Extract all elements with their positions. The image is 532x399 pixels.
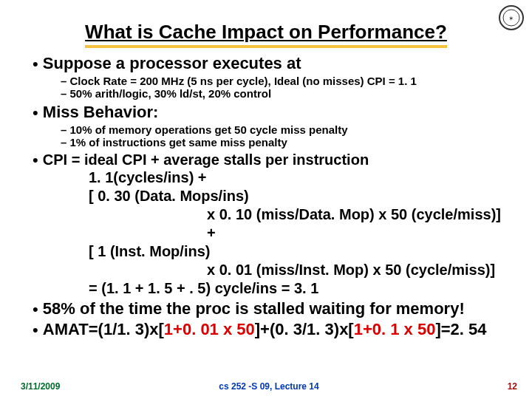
amat-post: ]=2. 54	[435, 320, 486, 338]
cpi-line5: x 0. 01 (miss/Inst. Mop) x 50 (cycle/mis…	[207, 261, 511, 279]
university-seal-icon: ✶	[498, 4, 525, 34]
bullet-stall: 58% of the time the proc is stalled wait…	[43, 299, 465, 318]
slide: ✶ What is Cache Impact on Performance? S…	[0, 0, 532, 399]
footer-page: 12	[508, 381, 517, 392]
amat-red2: 1+0. 1 x 50	[354, 320, 436, 338]
footer-course: cs 252 -S 09, Lecture 14	[21, 381, 517, 392]
footer: 3/11/2009 cs 252 -S 09, Lecture 14 12	[21, 381, 517, 392]
sub-miss1: 10% of memory operations get 50 cycle mi…	[61, 123, 511, 136]
sub-mix: 50% arith/logic, 30% ld/st, 20% control	[61, 87, 511, 100]
bullet-miss: Miss Behavior:	[43, 103, 159, 121]
amat-mid: ]+(0. 3/1. 3)x[	[255, 320, 354, 338]
title-wrap: What is Cache Impact on Performance?	[21, 21, 511, 48]
amat-pre: AMAT=(1/1. 3)x[	[43, 320, 164, 338]
cpi-line4: [ 1 (Inst. Mop/ins)	[89, 242, 511, 261]
bullet-list: Suppose a processor executes at Clock Ra…	[21, 54, 511, 339]
cpi-line2: [ 0. 30 (Data. Mops/ins)	[89, 187, 511, 205]
cpi-line3: x 0. 10 (miss/Data. Mop) x 50 (cycle/mis…	[207, 205, 511, 242]
cpi-line6: = (1. 1 + 1. 5 + . 5) cycle/ins = 3. 1	[89, 279, 511, 298]
sub-miss2: 1% of instructions get same miss penalty	[61, 136, 511, 149]
suppose-sublist: Clock Rate = 200 MHz (5 ns per cycle), I…	[61, 75, 511, 100]
cpi-equation: 1. 1(cycles/ins) + [ 0. 30 (Data. Mops/i…	[89, 168, 511, 298]
slide-title: What is Cache Impact on Performance?	[85, 21, 447, 48]
amat-red1: 1+0. 01 x 50	[164, 320, 255, 338]
bullet-amat: AMAT=(1/1. 3)x[1+0. 01 x 50]+(0. 3/1. 3)…	[43, 320, 487, 338]
sub-clockrate: Clock Rate = 200 MHz (5 ns per cycle), I…	[61, 75, 511, 87]
cpi-line1: 1. 1(cycles/ins) +	[89, 168, 511, 187]
svg-text:✶: ✶	[508, 15, 514, 22]
miss-sublist: 10% of memory operations get 50 cycle mi…	[61, 123, 511, 149]
bullet-suppose: Suppose a processor executes at	[43, 54, 301, 72]
bullet-cpi: CPI = ideal CPI + average stalls per ins…	[43, 151, 369, 168]
